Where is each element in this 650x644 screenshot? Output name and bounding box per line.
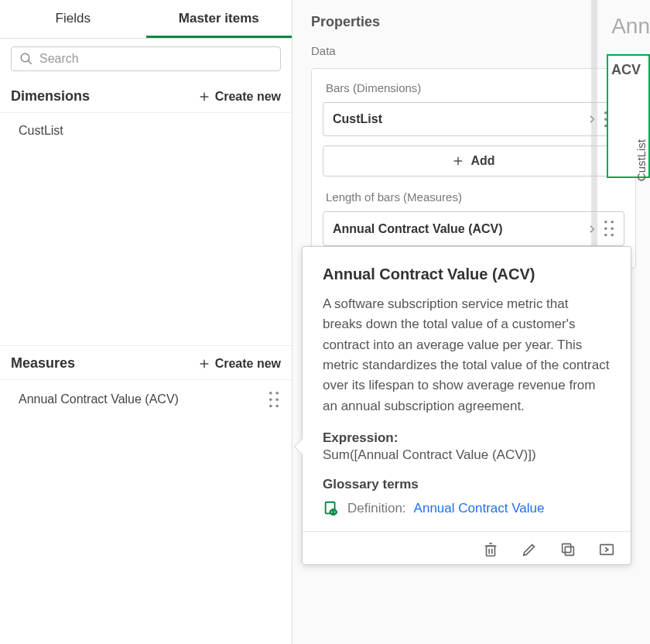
tooltip-actions [303,531,631,564]
drag-handle-icon[interactable] [604,220,614,237]
svg-line-1 [28,60,32,64]
definition-label: Definition: [347,501,406,516]
tab-master-items[interactable]: Master items [146,0,292,38]
duplicate-icon[interactable] [559,541,576,558]
svg-point-24 [604,234,607,237]
dimension-pill-label: CustList [333,112,382,126]
glossary-label: Glossary terms [323,477,611,492]
svg-point-22 [604,228,607,231]
tooltip-title: Annual Contract Value (ACV) [323,265,611,283]
tab-fields[interactable]: Fields [0,0,146,38]
edit-icon[interactable] [521,541,538,558]
dimension-item[interactable]: CustList [0,113,292,149]
chart-axis-label: CustList [635,139,648,181]
add-dimension-button[interactable]: Add [323,146,624,176]
dimension-item-label: CustList [19,124,63,138]
svg-rect-30 [487,546,495,556]
export-icon[interactable] [598,541,615,558]
measure-tooltip: Annual Contract Value (ACV) A software s… [302,246,631,565]
glossary-link[interactable]: Annual Contract Value [414,501,545,516]
dimension-pill[interactable]: CustList [323,102,624,136]
chart-title-fragment: Ann [611,14,650,39]
svg-rect-36 [563,544,571,553]
expression-value: Sum([Annual Contract Value (ACV)]) [323,447,611,463]
svg-point-8 [269,398,272,401]
search-input[interactable] [39,52,272,66]
plus-icon [452,155,464,167]
svg-point-21 [611,221,614,224]
chart-preview-title: ACV [611,62,645,78]
create-measure-label: Create new [215,357,281,371]
measure-pill[interactable]: Annual Contract Value (ACV) [323,211,624,245]
svg-rect-35 [565,546,573,555]
svg-point-20 [604,221,607,224]
search-box[interactable] [11,46,281,71]
plus-icon [198,91,210,103]
measure-item[interactable]: Annual Contract Value (ACV) [0,380,292,419]
bars-dimensions-label: Bars (Dimensions) [326,81,624,94]
svg-point-0 [21,53,29,62]
drag-handle-icon[interactable] [269,391,279,408]
expression-label: Expression: [323,430,611,446]
tooltip-description: A software subscription service metric t… [323,294,611,416]
svg-point-9 [275,398,279,401]
svg-rect-37 [600,545,614,555]
assets-tabs: Fields Master items [0,0,292,39]
measures-heading: Measures [11,355,75,372]
create-measure-button[interactable]: Create new [198,357,281,371]
glossary-icon [323,500,340,517]
create-dimension-button[interactable]: Create new [198,90,281,104]
svg-point-25 [611,234,614,237]
length-measures-label: Length of bars (Measures) [326,190,624,204]
plus-icon [198,358,210,370]
dimensions-heading: Dimensions [11,88,90,104]
svg-point-7 [275,392,279,395]
data-card: Bars (Dimensions) CustList Add Length of… [311,68,636,269]
svg-point-10 [269,405,272,408]
add-button-label: Add [470,154,494,168]
svg-point-11 [275,405,279,408]
scrollbar[interactable] [591,0,597,248]
svg-point-6 [269,392,272,395]
measure-item-label: Annual Contract Value (ACV) [19,392,179,406]
svg-point-23 [611,228,614,231]
measure-pill-label: Annual Contract Value (ACV) [333,222,503,236]
assets-panel: Fields Master items Dimensions Create ne… [0,0,292,644]
delete-icon[interactable] [482,541,499,558]
search-icon [19,52,33,66]
create-dimension-label: Create new [215,90,281,104]
